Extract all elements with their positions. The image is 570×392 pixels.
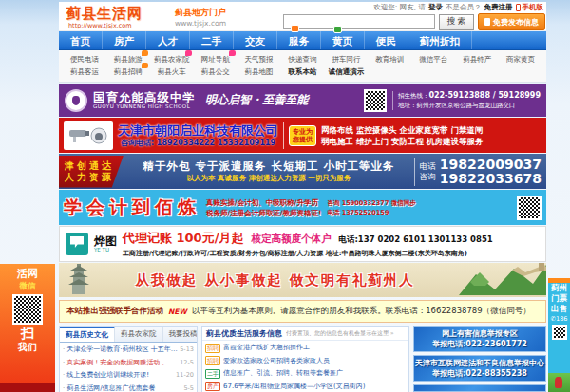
subnav-link-contact[interactable]: 联系本站 (281, 65, 325, 78)
list-item[interactable]: 房产67.6平米/出租物业局家属楼—小学区(文昌街内) (205, 381, 406, 392)
mobile-version-link[interactable]: 手机版 (516, 3, 544, 12)
tech-badge: 专业为 您提供 (289, 125, 316, 146)
report-panel: 网上有害信息举报专区 举报电话:022-23601772 天津市互联网违法和不良… (413, 326, 546, 392)
nav-item-jobs[interactable]: 人才 (146, 31, 190, 49)
report-box-partial[interactable] (413, 384, 546, 392)
nav-item-home[interactable]: 首页 (59, 31, 103, 49)
yetu-logo-icon (66, 233, 88, 255)
ad-banner-labor[interactable]: 津创通达 人力资源 精于外包 专于派遣服务 长短期工 小时工等业务 以人为本 真… (59, 154, 546, 189)
post-info-button[interactable]: 免费发布信息 (478, 13, 545, 30)
services-list: 招聘富霞金港产线扩大急招操作工 招聘爱家欣选家政公司招聘各类家政人员 二手信息推… (202, 341, 408, 392)
new-badge-icon: NEW (168, 308, 187, 316)
subnav-link[interactable]: 蓟县招聘 (106, 65, 150, 78)
new-bubble-icon (229, 50, 236, 56)
school-address: 蓟州开发区京哈公路与盘龙山路交口 (416, 102, 515, 109)
subnav-link[interactable]: 快递查询 (281, 53, 325, 65)
tab-farm-stay[interactable]: 蓟县农家院 (115, 327, 163, 342)
great-wall-icon (459, 263, 546, 297)
notice-body: 以平等互利为基本原则。请愿意合作的朋友和我联系。联系电话：16622838789… (192, 306, 531, 317)
float-right-text: 出售 (548, 304, 570, 314)
subnav-link-demo[interactable]: 诚信通演示 (324, 65, 368, 78)
nav-item-friends[interactable]: 交友 (234, 31, 277, 49)
nav-item-discounts[interactable]: 蓟州折扣 (408, 31, 472, 49)
subnav-link[interactable]: 商家黄页 (499, 53, 542, 65)
list-item[interactable]: 二手信息推广、引流、招聘、转租等套餐推广 (205, 367, 406, 381)
doc-icon (484, 18, 490, 26)
nav-item-convenience[interactable]: 便民 (365, 31, 408, 49)
phone-icon: ✆186 (548, 314, 570, 324)
mobile-icon (516, 4, 521, 11)
ad-banner-yetu[interactable]: 烨图 YE TU 代理记账 100元/月起 核定高额度个体户 电话:137 02… (59, 226, 546, 262)
tech-main: 天津市朝阳启业科技有限公司 咨询电话: 18920334222 15332109… (118, 123, 278, 148)
nav-item-secondhand[interactable]: 二手 (190, 31, 234, 49)
yetu-highlight: 核定高额度个体户 (251, 233, 331, 246)
ad-banner-accounting[interactable]: 学会计到佰炼 真账实操/会计初、中级职称/升学历 税务师/注册会计师取证/教师资… (59, 190, 546, 225)
subnav-link[interactable]: 微信平台 (411, 53, 455, 65)
qr-code-icon (552, 325, 567, 340)
subnav-link[interactable]: 蓟县火车 (150, 65, 194, 78)
float-right-text: 门票 (548, 293, 570, 304)
services-subtitle-link[interactable]: 付费置顶、您的信息也有机会显示在这里 » (286, 329, 394, 338)
civilization-slogan: 从我做起 从小事做起 做文明有礼蓟州人 (91, 271, 459, 289)
tab-history-culture[interactable]: 蓟县历史文化 (60, 327, 115, 342)
labor-phone-2: 19822033678 (440, 172, 542, 186)
subnav-link[interactable]: 蓟县特产 (455, 53, 499, 65)
services-panel: 蓟县优质生活服务信息 付费置顶、您的信息也有机会显示在这里 » 招聘富霞金港产线… (201, 326, 409, 392)
subnav-link[interactable]: 网址导航 (194, 53, 238, 65)
tech-services: 网络布线 监控摄像头 企业家庭宽带 门禁道闸 弱电施工 维护上门 安防工程 机房… (321, 124, 483, 147)
ad-banner-school[interactable]: 国育允能高级中学 GUOYU YUNNENG HIGH SCHOOL 明心启智 … (59, 84, 546, 117)
cooperation-notice: 本站推出强强联手合作活动 NEW 以平等互利为基本原则。请愿意合作的朋友和我联系… (59, 300, 546, 323)
search-button[interactable]: 搜 索 (439, 14, 474, 30)
yetu-services: 工商注册/代理记账/行政许可/工程资质/财务外包/商标注册/人力资源 (123, 250, 323, 257)
yetu-name: 烨图 (94, 235, 117, 247)
report-box-tianjin[interactable]: 天津市互联网违法和不良信息举报中心 举报电话:022-88355238 (413, 355, 546, 382)
report-box-harmful[interactable]: 网上有害信息举报专区 举报电话:022-23601772 (413, 326, 546, 352)
list-item[interactable]: 招聘爱家欣选家政公司招聘各类家政人员 (205, 355, 406, 368)
promo-bubble-icon (291, 25, 299, 32)
list-item[interactable]: ·蓟县生活网/信息推广优惠套餐5-5 (63, 383, 194, 392)
floating-ad-right-tickets[interactable]: 蓟州 门票 出售 ✆186 (548, 278, 570, 392)
search-input[interactable] (283, 14, 435, 29)
labor-main: 精于外包 专于派遣服务 长短期工 小时工等业务 以人为本 真诚服务 津创通达人力… (124, 159, 414, 183)
school-slogan: 明心启智 · 至善至能 (205, 92, 309, 108)
yetu-address: 地址:中昌路明珠大厦东侧二楼(东关环岛东南角) (326, 250, 467, 257)
ad-banner-tech[interactable]: 天津市朝阳启业科技有限公司 咨询电话: 18920334222 15332109… (59, 118, 546, 153)
list-item[interactable]: ·真实案例！安全的数据网赚活动，如何鉴别？12-5 (63, 357, 194, 370)
subnav-link[interactable]: 蓟县公交 (194, 65, 238, 78)
floating-ad-left-wechat[interactable]: 活网 微信 扫 我们 (0, 264, 55, 392)
labor-subline: 以人为本 真诚服务 津创通达人力资源 一切只为服务 (124, 174, 414, 183)
accounting-courses: 真账实操/会计初、中级职称/升学历 税务师/注册会计师取证/教师资格证! (206, 197, 321, 218)
notice-lead: 本站推出强强联手合作活动 (66, 306, 163, 317)
history-tabs: 蓟县历史文化 蓟县农家院 我要投稿 (60, 327, 197, 343)
subnav-link[interactable]: 教育培训 (368, 53, 411, 65)
services-header: 蓟县优质生活服务信息 付费置顶、您的信息也有机会显示在这里 » (202, 327, 408, 341)
list-item[interactable]: 招聘富霞金港产线扩大急招操作工 (205, 342, 406, 355)
list-item[interactable]: ·天津众学一诺教育·蓟州校区 十五年专注春考5-13 (63, 344, 194, 357)
qr-code-icon (517, 196, 542, 220)
register-link[interactable]: 免费注册 (484, 3, 513, 12)
subnav-link[interactable]: 天气预报 (238, 53, 281, 65)
login-link[interactable]: 登录 (428, 3, 443, 12)
subnav-link[interactable]: 蓟县地图 (238, 65, 281, 78)
new-bubble-icon (185, 50, 192, 56)
labor-headline: 精于外包 专于派遣服务 长短期工 小时工等业务 (124, 159, 414, 174)
camera-photo (64, 121, 113, 150)
nav-item-realestate[interactable]: 房产 (103, 31, 146, 49)
labor-phone-1: 19822009037 (440, 158, 542, 172)
tab-submit-post[interactable]: 我要投稿 (163, 327, 199, 342)
welcome-bar: 欢迎您: 网友, 请 登录 不是会员？ 免费注册 手机版 (373, 3, 543, 12)
subnav-link[interactable]: 蓟县客运 (63, 65, 106, 78)
subnav-link[interactable]: 拼车同行 (324, 53, 368, 65)
site-logo[interactable]: 蓟县生活网 (66, 5, 142, 23)
hot-bubble-icon (142, 50, 148, 56)
site-header: 蓟县生活网 http://www.tjsjx.com 蓟县地方门户 www.tj… (59, 2, 546, 31)
subnav-link[interactable]: 便民电话 (63, 53, 106, 65)
nav-item-services[interactable]: 服务 (277, 31, 321, 49)
labor-contact: 电话咨询 1982200903719822033678 (414, 158, 546, 186)
pagoda-icon (66, 263, 91, 297)
hot-bubble-icon (142, 63, 148, 68)
nav-item-yellowpages[interactable]: 黄页 (321, 31, 365, 49)
list-item[interactable]: ·线上免费创业培训继续开课!11-20 (63, 369, 194, 383)
float-left-line4: 我们 (0, 341, 55, 354)
subnav-link[interactable]: 蓟县农家院 (150, 53, 194, 65)
